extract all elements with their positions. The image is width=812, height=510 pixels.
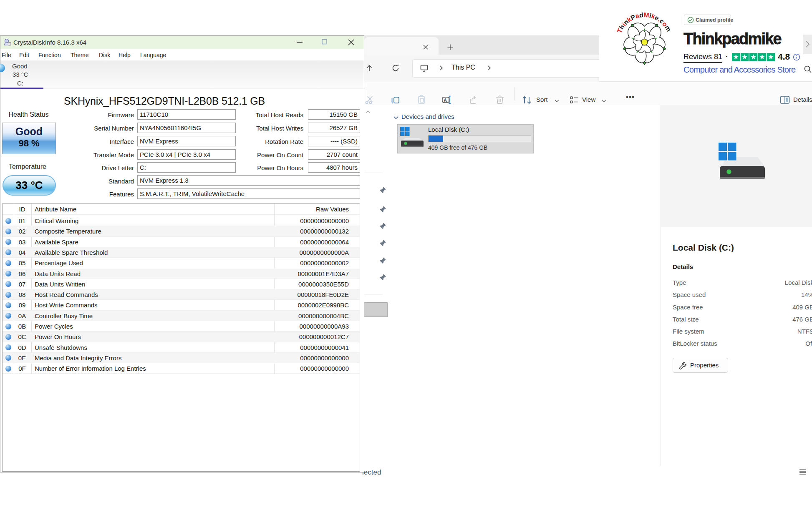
svg-text:A: A	[444, 98, 447, 103]
